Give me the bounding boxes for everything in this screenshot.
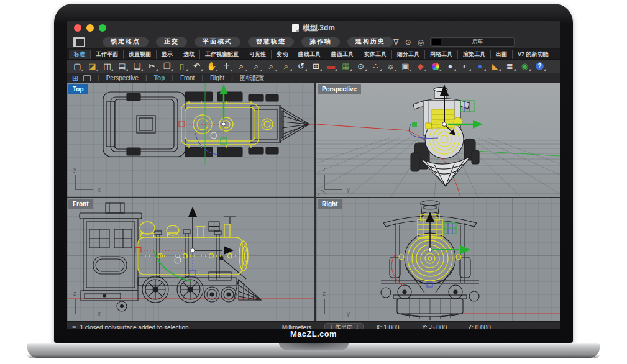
- toolbar: ▢◪◫▤❏✂❐▯↶✋✛⌕⌕⌕⌕↺⊞▬▦⊙∴☼▣◆●◐●◣≣◉?: [67, 60, 560, 73]
- viewport-top-badge[interactable]: Top: [68, 84, 88, 94]
- tab-new-in-v7[interactable]: V7 的新功能: [512, 50, 554, 59]
- viewport-right[interactable]: Right: [316, 198, 560, 321]
- window-title: 模型.3dm: [303, 23, 335, 34]
- viewport-tab-bar: ⊞ PerspectiveTopFrontRight图纸配置: [67, 73, 560, 83]
- shaded-viewport-icon[interactable]: ●: [443, 61, 457, 72]
- tab-subd-tools[interactable]: 细分工具: [391, 50, 424, 59]
- pan-icon[interactable]: ✋: [204, 61, 219, 72]
- target-icon[interactable]: ◎: [418, 39, 424, 46]
- tab-curve-tools[interactable]: 曲线工具: [293, 50, 326, 59]
- color-wheel-icon[interactable]: [428, 61, 442, 72]
- laptop-lid: 模型.3dm 锁定格点正交平面模式智慧轨迹操作轴建构历史 ∇ ⊙ ◎ 后车 标准…: [54, 4, 573, 343]
- viewport-front-badge[interactable]: Front: [68, 199, 93, 209]
- tab-mesh-tools[interactable]: 网格工具: [424, 50, 457, 59]
- light-icon[interactable]: ☼: [383, 61, 398, 72]
- tab-render-tools[interactable]: 渲染工具: [457, 50, 490, 59]
- zoom-selected-icon[interactable]: ⌕: [249, 61, 263, 72]
- zoom-extents-icon[interactable]: ⌕: [279, 61, 293, 72]
- toggle-ortho[interactable]: 正交: [156, 37, 187, 47]
- print-icon[interactable]: ▤: [115, 61, 129, 72]
- object-properties-icon[interactable]: ≣: [503, 61, 517, 72]
- left-panel-toggle-icon[interactable]: [73, 37, 85, 47]
- rendered-viewport-icon[interactable]: ●: [473, 61, 487, 72]
- new-file-icon[interactable]: ▢: [70, 61, 85, 72]
- axis-label-h: x: [98, 187, 101, 193]
- viewport-front[interactable]: Front: [67, 198, 314, 321]
- tab-visibility[interactable]: 可见性: [244, 50, 271, 59]
- four-viewport-layout-icon[interactable]: ⊞: [72, 75, 78, 82]
- command-history-icon[interactable]: ≡: [72, 324, 76, 330]
- single-viewport-icon[interactable]: [83, 75, 91, 81]
- filter-icon[interactable]: ∇: [393, 38, 399, 46]
- spotlight-icon[interactable]: ◣: [488, 61, 502, 72]
- viewport-tab-layout[interactable]: 图纸配置: [224, 75, 265, 81]
- app-window: 模型.3dm 锁定格点正交平面模式智慧轨迹操作轴建构历史 ∇ ⊙ ◎ 后车 标准…: [67, 21, 560, 329]
- viewport-perspective[interactable]: Perspective: [316, 83, 560, 197]
- close-button[interactable]: [74, 24, 81, 32]
- tab-select[interactable]: 选取: [178, 50, 199, 59]
- tab-set-view[interactable]: 设置视图: [123, 50, 156, 59]
- background-map-icon[interactable]: ▦: [339, 61, 353, 72]
- right-view-drawing: [316, 198, 560, 321]
- cplane-selector-value: 工作平面: [329, 324, 353, 329]
- record-history-icon[interactable]: ⊙: [405, 39, 411, 46]
- toggle-smart-track[interactable]: 智慧轨迹: [248, 37, 294, 47]
- cplane-selector[interactable]: 工作平面 ↕: [324, 323, 364, 329]
- export-icon[interactable]: ❏: [130, 61, 144, 72]
- viewport-tab-front[interactable]: Front: [165, 75, 195, 81]
- status-message: 1 closed polysurface added to selection.: [80, 324, 190, 330]
- globe-icon[interactable]: ◉: [518, 61, 532, 72]
- zoom-dynamic-icon[interactable]: ⌕: [234, 61, 249, 72]
- viewport-perspective-badge[interactable]: Perspective: [318, 84, 361, 94]
- viewport-top[interactable]: Top: [67, 83, 314, 197]
- viewport-tab-right[interactable]: Right: [195, 75, 224, 81]
- named-position-icon[interactable]: ⊙: [354, 61, 368, 72]
- status-bar: ≡ 1 closed polysurface added to selectio…: [67, 321, 560, 329]
- command-field[interactable]: 后车: [430, 37, 515, 47]
- minimize-button[interactable]: [86, 24, 94, 32]
- base-notch: [279, 343, 349, 350]
- ghosted-viewport-icon[interactable]: ◐: [458, 61, 472, 72]
- tab-solid-tools[interactable]: 实体工具: [359, 50, 391, 59]
- undo-view-change-icon[interactable]: ↺: [294, 61, 308, 72]
- viewport-tab-top[interactable]: Top: [139, 75, 165, 81]
- toggle-grid-snap[interactable]: 锁定格点: [103, 37, 149, 47]
- undo-icon[interactable]: ↶: [190, 61, 204, 72]
- units-label[interactable]: Millimeters: [282, 324, 312, 330]
- axis-label-h: x: [98, 311, 101, 317]
- viewport-right-badge[interactable]: Right: [318, 199, 342, 209]
- gumball: [135, 207, 234, 281]
- orient-icon[interactable]: ∴: [368, 61, 383, 72]
- toggle-planar[interactable]: 平面模式: [195, 37, 240, 47]
- locomotive-top-wireframe: [103, 92, 309, 157]
- tab-display[interactable]: 显示: [156, 50, 178, 59]
- copy-icon[interactable]: ❐: [160, 61, 174, 72]
- paste-icon[interactable]: ▯: [175, 61, 189, 72]
- perspective-view-drawing: [316, 83, 560, 197]
- tab-surface-tools[interactable]: 曲面工具: [326, 50, 359, 59]
- zoom-button[interactable]: [99, 24, 106, 32]
- help-icon[interactable]: ?: [533, 61, 547, 72]
- lock-icon[interactable]: ▣: [398, 61, 413, 72]
- viewport-tab-perspective[interactable]: Perspective: [91, 75, 139, 81]
- zoom-window-icon[interactable]: ⌕: [264, 61, 278, 72]
- traffic-lights: [74, 24, 106, 32]
- cut-icon[interactable]: ✂: [145, 61, 159, 72]
- toggle-gumball[interactable]: 操作轴: [301, 37, 340, 47]
- laptop-base: [27, 343, 600, 358]
- tab-viewport-layout[interactable]: 工作视窗配置: [199, 50, 244, 59]
- layer-icon[interactable]: ◆: [413, 61, 428, 72]
- viewport-area: Top: [67, 83, 560, 321]
- axis-gizmo: z x: [75, 299, 93, 314]
- tab-transform[interactable]: 变动: [271, 50, 293, 59]
- save-icon[interactable]: ◫: [100, 61, 114, 72]
- tab-cplanes[interactable]: 工作平面: [90, 50, 123, 59]
- viewport-layout-icon[interactable]: ⊞: [309, 61, 323, 72]
- tab-standard[interactable]: 标准: [69, 50, 90, 59]
- brand-text: MacZL.com: [54, 329, 573, 339]
- toggle-history[interactable]: 建构历史: [347, 37, 393, 47]
- rotate-view-icon[interactable]: ✛: [219, 61, 234, 72]
- open-file-icon[interactable]: ◪: [85, 61, 99, 72]
- tab-drafting[interactable]: 出图: [490, 50, 512, 59]
- named-view-icon[interactable]: ▬: [324, 61, 338, 72]
